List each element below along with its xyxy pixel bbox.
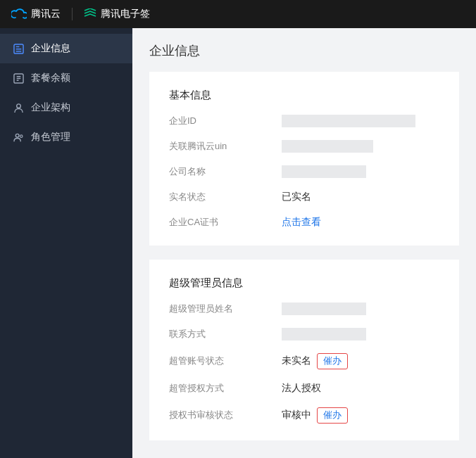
account-status-label: 超管账号状态 [169,355,282,367]
esign-icon [84,8,96,20]
sidebar-item-roles[interactable]: 角色管理 [0,122,132,152]
account-status-value: 未实名 [282,355,311,367]
brand-tencent-cloud[interactable]: 腾讯云 [11,8,61,20]
auth-method-label: 超管授权方式 [169,382,282,395]
verify-value: 已实名 [282,191,311,203]
contact-label: 联系方式 [169,328,282,341]
company-id-value [282,115,415,127]
urge-button-2[interactable]: 催办 [317,407,348,424]
contact-value [282,328,366,341]
sidebar-item-label: 角色管理 [31,131,70,144]
ca-label: 企业CA证书 [169,216,282,229]
org-icon [13,103,24,113]
uin-label: 关联腾讯云uin [169,140,282,153]
company-id-label: 企业ID [169,115,282,127]
ca-view-link[interactable]: 点击查看 [282,216,321,229]
svg-point-5 [16,103,20,108]
page-title: 企业信息 [132,28,476,72]
svg-rect-3 [15,51,21,51]
svg-rect-2 [15,49,21,49]
cloud-icon [11,8,27,20]
basic-section-title: 基本信息 [169,89,439,102]
brand1-label: 腾讯云 [31,8,61,20]
sidebar: 企业信息 套餐余额 企业架构 角色管理 [0,28,132,458]
sidebar-item-org[interactable]: 企业架构 [0,93,132,122]
verify-label: 实名状态 [169,191,282,203]
urge-button-1[interactable]: 催办 [317,353,348,369]
admin-info-card: 超级管理员信息 超级管理员姓名 联系方式 超管账号状态 未实名 催办 [149,260,459,440]
sidebar-item-label: 套餐余额 [31,72,70,84]
sidebar-item-company-info[interactable]: 企业信息 [0,34,132,63]
auth-method-value: 法人授权 [282,382,321,395]
top-header: 腾讯云 腾讯电子签 [0,0,476,28]
sidebar-item-label: 企业信息 [31,42,70,55]
svg-point-6 [15,134,19,137]
info-icon [13,44,24,54]
header-divider [72,8,73,20]
sidebar-item-package[interactable]: 套餐余额 [0,63,132,93]
admin-section-title: 超级管理员信息 [169,276,439,290]
basic-info-card: 基本信息 企业ID 关联腾讯云uin 公司名称 实名状态 已实名 [149,72,459,246]
auth-status-label: 授权书审核状态 [169,409,282,421]
admin-name-value [282,303,366,315]
svg-point-7 [20,134,22,136]
admin-name-label: 超级管理员姓名 [169,303,282,315]
uin-value [282,140,373,153]
auth-status-value: 审核中 [282,409,311,421]
company-name-label: 公司名称 [169,165,282,178]
main-content: 企业信息 基本信息 企业ID 关联腾讯云uin 公司名称 实名状态 [132,28,476,458]
company-name-value [282,165,366,178]
brand-esign[interactable]: 腾讯电子签 [84,8,150,20]
brand2-label: 腾讯电子签 [101,8,150,20]
sidebar-item-label: 企业架构 [31,101,70,114]
roles-icon [13,132,24,143]
package-icon [13,73,24,84]
svg-rect-1 [15,46,19,46]
